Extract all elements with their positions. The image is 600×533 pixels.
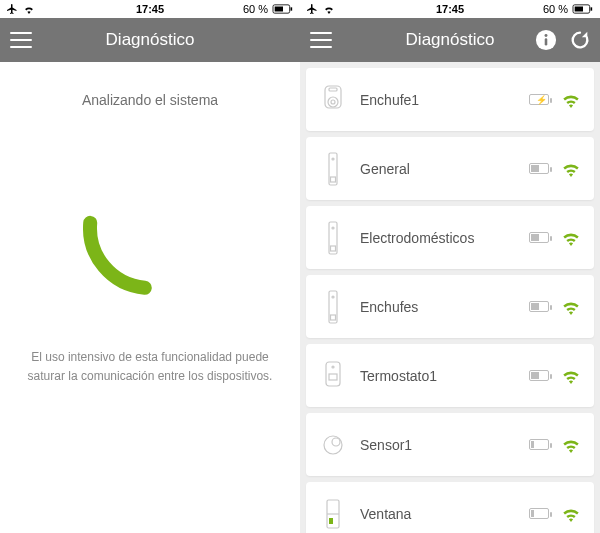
screen-device-list: 17:45 60 % Diagnóstico Enchufe1 ⚡ <box>300 0 600 533</box>
device-row[interactable]: Sensor1 <box>306 413 594 476</box>
hamburger-icon <box>10 32 32 48</box>
device-type-icon <box>318 82 348 118</box>
device-type-icon <box>318 496 348 532</box>
info-button[interactable] <box>534 28 558 52</box>
svg-point-11 <box>328 97 338 107</box>
device-row[interactable]: Electrodomésticos <box>306 206 594 269</box>
device-name: General <box>348 161 524 177</box>
airplane-mode-icon <box>6 3 18 15</box>
svg-rect-2 <box>275 7 283 12</box>
wifi-icon <box>554 299 582 315</box>
status-bar: 17:45 60 % <box>0 0 300 18</box>
usage-note: El uso intensivo de esta funcionalidad p… <box>20 348 280 386</box>
battery-icon <box>524 232 554 243</box>
status-battery-icon <box>572 4 594 14</box>
battery-icon <box>524 370 554 381</box>
wifi-icon <box>554 161 582 177</box>
nav-bar: Diagnóstico <box>300 18 600 62</box>
svg-rect-6 <box>575 7 583 12</box>
device-type-icon <box>318 289 348 325</box>
device-name: Electrodomésticos <box>348 230 524 246</box>
device-type-icon <box>318 358 348 394</box>
wifi-icon <box>554 368 582 384</box>
status-battery-icon <box>272 4 294 14</box>
refresh-button[interactable] <box>568 28 592 52</box>
nav-bar: Diagnóstico <box>0 18 300 62</box>
wifi-icon <box>554 506 582 522</box>
battery-icon: ⚡ <box>524 94 554 105</box>
svg-point-21 <box>332 296 334 298</box>
device-row[interactable]: Termostato1 <box>306 344 594 407</box>
svg-rect-22 <box>331 315 336 320</box>
analyzing-label: Analizando el sistema <box>82 92 218 108</box>
battery-icon <box>524 439 554 450</box>
wifi-status-icon <box>22 4 36 14</box>
svg-point-15 <box>332 158 334 160</box>
status-battery-text: 60 % <box>243 3 268 15</box>
svg-rect-24 <box>329 374 337 380</box>
status-bar: 17:45 60 % <box>300 0 600 18</box>
svg-rect-19 <box>331 246 336 251</box>
svg-rect-1 <box>291 7 293 10</box>
svg-point-27 <box>332 438 340 446</box>
device-row[interactable]: General <box>306 137 594 200</box>
device-type-icon <box>318 220 348 256</box>
status-time: 17:45 <box>136 3 164 15</box>
status-time: 17:45 <box>436 3 464 15</box>
svg-rect-16 <box>331 177 336 182</box>
svg-rect-5 <box>591 7 593 10</box>
battery-icon <box>524 301 554 312</box>
progress-spinner <box>70 148 230 308</box>
info-icon <box>535 29 557 51</box>
svg-point-25 <box>332 366 334 368</box>
page-title: Diagnóstico <box>106 30 195 50</box>
device-type-icon <box>318 151 348 187</box>
wifi-icon <box>554 437 582 453</box>
hamburger-icon <box>310 32 332 48</box>
device-type-icon <box>318 427 348 463</box>
screen-analyzing: 17:45 60 % Diagnóstico Analizando el sis… <box>0 0 300 533</box>
device-row[interactable]: Ventana <box>306 482 594 533</box>
svg-rect-13 <box>329 88 337 91</box>
analyzing-body: Analizando el sistema El uso intensivo d… <box>0 62 300 533</box>
status-battery-text: 60 % <box>543 3 568 15</box>
svg-rect-9 <box>545 38 548 45</box>
device-name: Enchufes <box>348 299 524 315</box>
device-name: Termostato1 <box>348 368 524 384</box>
wifi-icon <box>554 230 582 246</box>
device-name: Enchufe1 <box>348 92 524 108</box>
device-name: Sensor1 <box>348 437 524 453</box>
menu-button[interactable] <box>310 32 332 48</box>
device-list: Enchufe1 ⚡ General Electrodomésticos Enc… <box>300 62 600 533</box>
airplane-mode-icon <box>306 3 318 15</box>
device-row[interactable]: Enchufe1 ⚡ <box>306 68 594 131</box>
device-name: Ventana <box>348 506 524 522</box>
battery-icon <box>524 508 554 519</box>
svg-point-8 <box>545 34 548 37</box>
wifi-icon <box>554 92 582 108</box>
menu-button[interactable] <box>10 32 32 48</box>
device-row[interactable]: Enchufes <box>306 275 594 338</box>
refresh-icon <box>569 29 591 51</box>
battery-icon <box>524 163 554 174</box>
svg-rect-30 <box>329 518 333 524</box>
wifi-status-icon <box>322 4 336 14</box>
svg-point-3 <box>85 163 215 293</box>
page-title: Diagnóstico <box>406 30 495 50</box>
svg-point-18 <box>332 227 334 229</box>
svg-point-12 <box>331 100 335 104</box>
